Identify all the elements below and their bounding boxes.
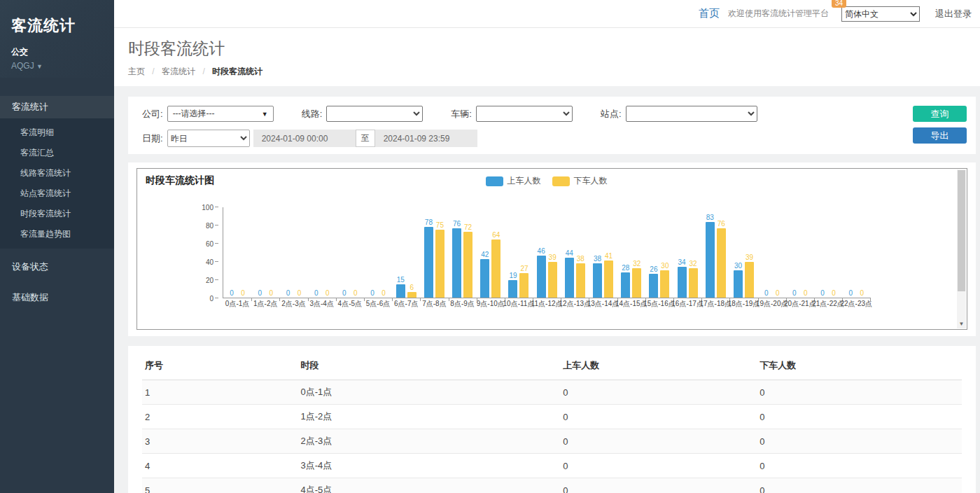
bar[interactable] (745, 262, 754, 298)
bar[interactable] (689, 268, 698, 298)
chart-bar-group: 004点-5点 (336, 207, 364, 298)
bar[interactable] (508, 280, 517, 298)
bar[interactable] (621, 272, 630, 298)
bar[interactable] (548, 262, 557, 298)
vehicle-label: 车辆: (451, 108, 472, 120)
bar[interactable] (576, 263, 585, 298)
sidebar-subitem[interactable]: 客流明细 (0, 123, 114, 143)
bar-value-label: 27 (520, 265, 528, 272)
bar[interactable] (717, 228, 726, 298)
chart-bar-group: 463911点-12点 (533, 207, 561, 298)
bar[interactable] (706, 222, 715, 298)
bar[interactable] (593, 263, 602, 298)
bar-value-label: 0 (848, 289, 853, 297)
breadcrumb-home[interactable]: 主页 (128, 67, 145, 76)
export-button[interactable]: 导出 (913, 127, 967, 144)
sidebar-subitem[interactable]: 站点客流统计 (0, 183, 114, 204)
bar-value-label: 0 (860, 289, 864, 297)
chart-scrollbar[interactable]: ▼ (957, 169, 966, 328)
bar[interactable] (463, 232, 472, 298)
chart-card: 时段车流统计图 上车人数 下车人数 020406080100 000点-1点00… (128, 162, 976, 336)
company-select[interactable]: ---请选择--- ▼ (167, 106, 274, 122)
top-header: 首页 欢迎使用客流统计管理平台 34 简体中文 退出登录 (114, 0, 980, 28)
bar[interactable] (452, 228, 461, 298)
bar[interactable] (396, 284, 405, 298)
chart-bar-group: 001点-2点 (251, 207, 279, 298)
bar[interactable] (660, 270, 669, 298)
x-tick-label: 15点-16点 (643, 299, 676, 309)
chart-bar-group: 283214点-15点 (617, 207, 645, 298)
bar-value-label: 0 (792, 289, 797, 297)
language-area: 34 简体中文 (841, 6, 920, 22)
bar-value-label: 72 (464, 223, 472, 231)
bar[interactable] (604, 261, 613, 298)
bar[interactable] (678, 267, 687, 298)
bar[interactable] (632, 268, 641, 298)
breadcrumb-parent[interactable]: 客流统计 (162, 67, 195, 76)
x-tick-label: 17点-18点 (699, 299, 732, 309)
bar[interactable] (480, 259, 489, 298)
chart-bar-group: 42649点-10点 (477, 207, 505, 298)
page-title: 时段客流统计 (128, 38, 980, 60)
x-tick-label: 5点-6点 (366, 299, 390, 309)
bar[interactable] (519, 273, 528, 298)
language-select[interactable]: 简体中文 (841, 6, 920, 22)
bar-value-label: 30 (734, 262, 742, 270)
sidebar-item-passenger-stats[interactable]: 客流统计 (0, 96, 114, 118)
chart-bar-group: 000点-1点 (223, 207, 251, 298)
bar[interactable] (491, 239, 500, 298)
chart-bar-group: 002点-3点 (279, 207, 307, 298)
bar[interactable] (407, 292, 416, 298)
date-from-input[interactable]: 2024-01-09 00:00 (253, 130, 356, 147)
bar-value-label: 38 (594, 255, 601, 263)
date-to-input[interactable]: 2024-01-09 23:59 (375, 130, 477, 147)
bar[interactable] (649, 274, 658, 298)
query-button[interactable]: 查询 (913, 106, 967, 122)
sidebar-subitem[interactable]: 客流汇总 (0, 143, 114, 163)
x-tick-label: 6点-7点 (394, 299, 418, 309)
sidebar-subitem[interactable]: 客流量趋势图 (0, 224, 114, 244)
logout-link[interactable]: 退出登录 (935, 8, 972, 20)
bar-value-label: 78 (425, 218, 433, 226)
x-tick-label: 7点-8点 (422, 299, 446, 309)
welcome-text: 欢迎使用客流统计管理平台 (728, 8, 829, 20)
org-selector[interactable]: AQGJ ▼ (11, 61, 103, 71)
bar[interactable] (424, 227, 433, 298)
x-tick-label: 18点-19点 (728, 299, 760, 309)
chart-bar-group: 443812点-13点 (561, 207, 589, 298)
sidebar-menu: 客流统计 客流明细客流汇总线路客流统计站点客流统计时段客流统计客流量趋势图 设备… (0, 96, 114, 310)
bar-value-label: 0 (342, 289, 346, 297)
x-tick-label: 8点-9点 (450, 299, 474, 309)
sidebar-subitem[interactable]: 线路客流统计 (0, 163, 114, 183)
vehicle-select[interactable] (476, 106, 573, 122)
chart-bar-group: 0021点-22点 (814, 207, 842, 298)
date-preset-select[interactable]: 昨日 (167, 130, 250, 147)
home-link[interactable]: 首页 (699, 7, 720, 20)
station-label: 站点: (601, 108, 622, 120)
bar-value-label: 83 (706, 214, 714, 221)
sidebar-item-device-status[interactable]: 设备状态 (0, 254, 114, 279)
y-tick-label: 100 (202, 204, 214, 211)
sidebar-subitem[interactable]: 时段客流统计 (0, 204, 114, 224)
table-row: 32点-3点00 (142, 429, 962, 454)
notification-badge[interactable]: 34 (832, 0, 846, 8)
company-label: 公司: (142, 108, 163, 120)
bar-value-label: 26 (650, 265, 657, 273)
x-tick-label: 10点-11点 (503, 299, 535, 309)
scroll-down-icon[interactable]: ▼ (957, 319, 966, 328)
bar[interactable] (537, 256, 546, 298)
x-tick-label: 13点-14点 (587, 299, 620, 309)
scrollbar-thumb[interactable] (958, 170, 965, 291)
station-select[interactable] (626, 106, 757, 122)
line-select[interactable] (326, 106, 423, 122)
table-row: 54点-5点00 (142, 478, 962, 493)
sidebar-item-base-data[interactable]: 基础数据 (0, 285, 114, 310)
bar[interactable] (565, 258, 574, 298)
bar-value-label: 0 (298, 289, 302, 297)
chart-bar-group: 78757点-8点 (420, 207, 448, 298)
bar-value-label: 0 (326, 289, 330, 297)
bar[interactable] (734, 270, 743, 298)
bar[interactable] (435, 230, 444, 298)
x-tick-label: 21点-22点 (812, 299, 844, 309)
y-tick-label: 60 (206, 240, 214, 248)
